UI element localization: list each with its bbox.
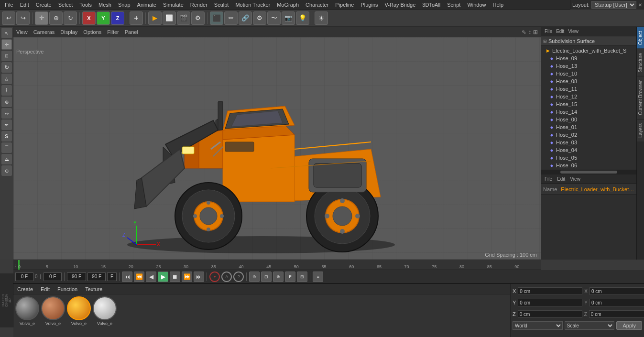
coord-x2-input[interactable]	[589, 287, 644, 295]
object-tree[interactable]: ▶ Electric_Loader_with_Bucket_S ◆ Hose_0…	[541, 46, 636, 170]
menu-simulate[interactable]: Simulate	[160, 1, 186, 9]
layout-select[interactable]: Startup [User]	[591, 1, 636, 9]
menu-character[interactable]: Character	[303, 1, 331, 9]
rp-view-icon[interactable]: View	[567, 28, 580, 34]
magnet-tool[interactable]: ⊕	[1, 97, 12, 107]
material-item-2[interactable]: Volvo_e	[67, 296, 91, 326]
tree-item-hose11[interactable]: ◆ Hose_11	[541, 85, 636, 93]
selection-tool[interactable]: ↖	[1, 28, 12, 38]
undo-button[interactable]: ↩	[2, 11, 15, 25]
viewport-display-menu[interactable]: Display	[60, 29, 77, 35]
attr-file-btn[interactable]: File	[543, 176, 554, 182]
coord-z2-input[interactable]	[589, 310, 644, 318]
menu-render[interactable]: Render	[187, 1, 210, 9]
tree-item-hose15[interactable]: ◆ Hose_15	[541, 100, 636, 108]
menu-window[interactable]: Window	[464, 1, 489, 9]
maximize-icon[interactable]: ⇖	[522, 29, 526, 35]
tab-structure[interactable]: Structure	[637, 49, 644, 76]
attr-edit-btn[interactable]: Edit	[556, 176, 567, 182]
auto-key-button[interactable]: A	[221, 272, 232, 282]
menu-edit[interactable]: Edit	[17, 1, 32, 9]
menu-sculpt[interactable]: Sculpt	[211, 1, 232, 9]
coord-y-input[interactable]	[518, 299, 582, 306]
tree-item-hose00[interactable]: ◆ Hose_00	[541, 116, 636, 123]
tree-item-hose12[interactable]: ◆ Hose_12	[541, 93, 636, 100]
layout-close-icon[interactable]: ✕	[638, 2, 642, 8]
viewport[interactable]: View Cameras Display Options Filter Pane…	[13, 27, 541, 260]
z-axis-button[interactable]: Z	[111, 11, 124, 25]
menu-file[interactable]: File	[2, 1, 16, 9]
scrollbar-thumb[interactable]	[560, 171, 617, 174]
tree-item-hose09[interactable]: ◆ Hose_09	[541, 54, 636, 62]
grid-button[interactable]: ⊞	[297, 272, 307, 282]
tree-scrollbar[interactable]	[541, 170, 636, 174]
scale-dropdown[interactable]: Scale Size	[565, 321, 615, 330]
bend-tool[interactable]: ⌒	[1, 142, 12, 153]
coord-z-input[interactable]	[518, 310, 582, 318]
menu-plugins[interactable]: Plugins	[358, 1, 381, 9]
coord-y2-input[interactable]	[589, 299, 644, 306]
menu-pipeline[interactable]: Pipeline	[332, 1, 357, 9]
tab-layers[interactable]: Layers	[637, 119, 644, 141]
y-axis-button[interactable]: Y	[97, 11, 110, 25]
end-frame-display[interactable]	[67, 272, 86, 281]
fps-number[interactable]	[107, 272, 117, 281]
menu-mesh[interactable]: Mesh	[96, 1, 114, 9]
ik-button[interactable]: ⊗	[273, 272, 284, 282]
cube-button[interactable]: ⬛	[210, 11, 223, 25]
tab-object[interactable]: Object	[637, 27, 644, 49]
menu-vray-bridge[interactable]: V-Ray Bridge	[382, 1, 419, 9]
prev-frame-button[interactable]: ⏪	[134, 272, 144, 282]
start-frame-input[interactable]	[44, 272, 62, 281]
tree-item-hose08[interactable]: ◆ Hose_08	[541, 77, 636, 85]
material-item-0[interactable]: Volvo_e	[15, 296, 39, 326]
lamp-icon-button[interactable]: ☀	[315, 11, 328, 25]
loop-tool[interactable]: ⊙	[1, 165, 12, 176]
current-frame-input[interactable]	[15, 272, 33, 281]
s-tool[interactable]: S	[1, 131, 12, 141]
menu-animate[interactable]: Animate	[134, 1, 159, 9]
subdivision-surface-item[interactable]: ⊞ Subdivision Surface	[541, 36, 636, 46]
menu-snap[interactable]: Snap	[115, 1, 133, 9]
deformer-button[interactable]: 〜	[267, 11, 281, 25]
tree-item-hose02[interactable]: ◆ Hose_02	[541, 131, 636, 139]
menu-create[interactable]: Create	[33, 1, 55, 9]
render-picture-viewer-button[interactable]: 🎬	[177, 11, 190, 25]
camera-button[interactable]: 📷	[282, 11, 295, 25]
coord-x-input[interactable]	[518, 287, 582, 295]
poly-tool[interactable]: △	[1, 74, 12, 84]
tree-item-hose06[interactable]: ◆ Hose_06	[541, 162, 636, 169]
tree-item-hose13[interactable]: ◆ Hose_13	[541, 62, 636, 70]
world-dropdown[interactable]: World Object	[513, 321, 563, 330]
x-axis-button[interactable]: X	[82, 11, 96, 25]
tab-current-browser[interactable]: Current Browser	[637, 76, 644, 119]
viewport-panel-menu[interactable]: Panel	[125, 29, 138, 35]
menu-select[interactable]: Select	[55, 1, 76, 9]
mat-create-menu[interactable]: Create	[15, 285, 35, 293]
frame-icon[interactable]: ⊞	[533, 29, 538, 35]
p-mode-button[interactable]: P	[285, 272, 295, 282]
rp-file-icon[interactable]: File	[543, 28, 554, 34]
tree-item-hose05[interactable]: ◆ Hose_05	[541, 154, 636, 162]
record-button[interactable]: ●	[209, 272, 220, 282]
material-item-3[interactable]: Volvo_e	[93, 296, 117, 326]
mirror-tool[interactable]: ⇔	[1, 108, 12, 119]
redo-button[interactable]: ↪	[16, 11, 30, 25]
add-button[interactable]: +	[130, 11, 143, 25]
play-reverse-button[interactable]: ◀	[146, 272, 156, 282]
motion-mode-button[interactable]: ⊡	[261, 272, 272, 282]
menu-tools[interactable]: Tools	[76, 1, 95, 9]
rotate-tool-button[interactable]: ↻	[64, 11, 77, 25]
menu-3dtoall[interactable]: 3DToAll	[419, 1, 443, 9]
fps-display[interactable]	[87, 272, 106, 281]
next-frame-button[interactable]: ⏩	[182, 272, 192, 282]
stop-button[interactable]: ⏹	[170, 272, 180, 282]
tree-item-hose10[interactable]: ◆ Hose_10	[541, 70, 636, 77]
play-button[interactable]: ▶	[158, 272, 168, 282]
tree-item-hose03[interactable]: ◆ Hose_03	[541, 139, 636, 146]
knife-tool[interactable]: ⌇	[1, 85, 12, 96]
generator-button[interactable]: ⚙	[253, 11, 266, 25]
timeline-mode-button[interactable]: ≡	[313, 272, 323, 282]
move-tool[interactable]: ✛	[1, 39, 12, 50]
apply-button[interactable]: Apply	[616, 321, 642, 330]
